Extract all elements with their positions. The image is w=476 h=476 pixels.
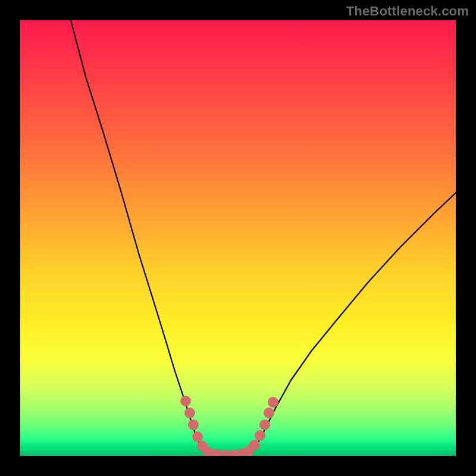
marker-dot [264,408,274,418]
marker-dot [249,440,260,450]
marker-dot [188,419,199,430]
marker-dot [184,408,195,418]
chart-frame: TheBottleneck.com [0,0,476,476]
marker-dot [180,396,191,406]
plot-area [20,20,456,456]
marker-dot [192,431,203,442]
curve-svg [20,20,456,456]
marker-dot [255,430,265,441]
curve-markers [180,396,278,456]
watermark-text: TheBottleneck.com [346,4,469,19]
marker-dot [259,419,270,430]
marker-dot [268,397,278,408]
bottleneck-curve [71,20,456,455]
